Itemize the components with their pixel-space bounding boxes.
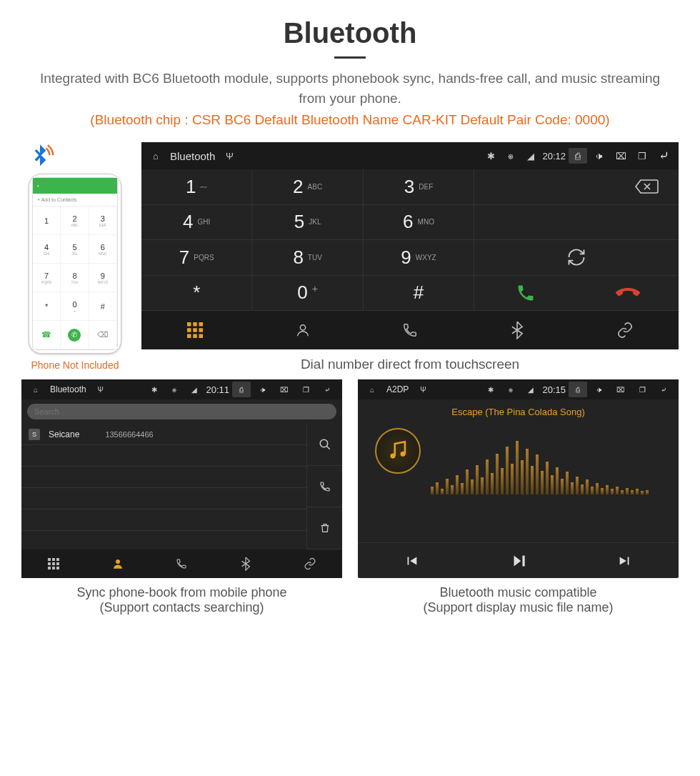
phone-device: ‹ + Add to Contacts 1 2ABC 3DEF 4GHI 5JK…	[29, 174, 121, 354]
svg-point-21	[390, 454, 395, 459]
svg-rect-18	[52, 567, 55, 569]
tab-contacts[interactable]	[249, 311, 356, 349]
volume-icon[interactable]: 🕩	[254, 382, 272, 397]
key-4[interactable]: 4GHI	[141, 205, 252, 241]
phone-topbar: ‹	[33, 178, 117, 194]
backspace-button[interactable]	[474, 169, 679, 205]
key-6[interactable]: 6MNO	[364, 205, 474, 241]
svg-rect-1	[193, 322, 197, 327]
camera-icon[interactable]: ⎙	[569, 382, 587, 397]
phonebook-caption: Sync phone-book from mobile phone (Suppo…	[21, 578, 342, 618]
page-title: Bluetooth	[29, 17, 671, 49]
close-app-icon[interactable]: ⌧	[275, 382, 294, 397]
phone-call-icon: ✆	[68, 329, 81, 342]
svg-rect-3	[187, 328, 191, 332]
tab-keypad[interactable]	[141, 311, 249, 349]
recents-icon[interactable]: ❐	[296, 382, 315, 397]
prev-track-button[interactable]	[358, 543, 465, 578]
call-contact-button[interactable]	[306, 466, 342, 508]
key-0[interactable]: 0+	[252, 276, 363, 312]
key-5[interactable]: 5JKL	[252, 205, 363, 241]
wifi-icon: ◢	[186, 386, 203, 394]
close-app-icon[interactable]: ⌧	[611, 148, 630, 164]
location-icon: ⎈	[502, 386, 519, 394]
tab-link[interactable]	[571, 311, 679, 349]
tab-link[interactable]	[278, 549, 342, 578]
music-panel: ⌂ A2DP Ψ ✱ ⎈ ◢ 20:15 ⎙ 🕩 ⌧ ❐ ⤶ Escape (T…	[358, 379, 679, 618]
phonebook-panel: ⌂ Bluetooth Ψ ✱ ⎈ ◢ 20:11 ⎙ 🕩 ⌧ ❐ ⤶	[21, 379, 342, 618]
tab-contacts[interactable]	[86, 549, 150, 578]
key-9[interactable]: 9WXYZ	[364, 240, 474, 276]
refresh-button[interactable]	[474, 240, 679, 276]
bluetooth-status-icon: ✱	[482, 151, 499, 161]
contact-initial: S	[29, 429, 40, 440]
wifi-icon: ◢	[522, 386, 539, 394]
camera-icon[interactable]: ⎙	[232, 382, 251, 397]
back-icon[interactable]: ⤶	[654, 148, 673, 164]
svg-rect-2	[199, 322, 204, 327]
title-divider	[334, 56, 366, 59]
key-2[interactable]: 2ABC	[252, 169, 363, 205]
key-7[interactable]: 7PQRS	[141, 240, 252, 276]
page-header: Bluetooth Integrated with BC6 Bluetooth …	[0, 0, 700, 135]
home-icon[interactable]: ⌂	[27, 386, 44, 394]
svg-rect-8	[199, 334, 204, 339]
svg-rect-19	[56, 567, 59, 569]
close-app-icon[interactable]: ⌧	[611, 382, 630, 397]
camera-icon[interactable]: ⎙	[569, 148, 587, 164]
phone-caption: Phone Not Included	[31, 359, 119, 371]
svg-point-20	[116, 559, 120, 564]
svg-point-9	[300, 325, 305, 330]
contact-number: 13566664466	[105, 430, 153, 439]
location-icon: ⎈	[166, 386, 183, 394]
hangup-button[interactable]	[576, 276, 679, 312]
bluetooth-signal-icon	[26, 142, 54, 171]
contact-list: S Seicane 13566664466	[21, 424, 306, 549]
key-hash[interactable]: #	[364, 276, 474, 312]
phonebook-topbar: ⌂ Bluetooth Ψ ✱ ⎈ ◢ 20:11 ⎙ 🕩 ⌧ ❐ ⤶	[21, 379, 342, 399]
app-title: Bluetooth	[170, 150, 215, 162]
key-8[interactable]: 8TUV	[252, 240, 363, 276]
tab-keypad[interactable]	[21, 549, 86, 578]
delete-contact-button[interactable]	[306, 507, 342, 549]
svg-rect-16	[56, 562, 59, 565]
svg-rect-15	[52, 562, 55, 565]
usb-icon: Ψ	[92, 386, 109, 394]
description: Integrated with BC6 Bluetooth module, su…	[36, 69, 664, 108]
svg-rect-5	[199, 328, 204, 332]
volume-icon[interactable]: 🕩	[590, 382, 609, 397]
next-track-button[interactable]	[571, 543, 679, 578]
wifi-icon: ◢	[522, 151, 539, 161]
recents-icon[interactable]: ❐	[633, 148, 651, 164]
usb-icon: Ψ	[221, 151, 238, 161]
tab-recent-calls[interactable]	[356, 311, 464, 349]
home-icon[interactable]: ⌂	[147, 151, 164, 161]
contact-row[interactable]: S Seicane 13566664466	[21, 424, 306, 445]
contact-row-empty	[21, 445, 306, 467]
tab-recent-calls[interactable]	[150, 549, 214, 578]
tab-bluetooth[interactable]	[464, 311, 571, 349]
tab-bluetooth[interactable]	[214, 549, 278, 578]
svg-rect-4	[193, 328, 197, 332]
svg-rect-17	[48, 567, 51, 569]
back-icon[interactable]: ⤶	[318, 382, 336, 397]
search-input[interactable]	[27, 404, 336, 419]
volume-icon[interactable]: 🕩	[590, 148, 609, 164]
dial-keypad: 1⁓ 2ABC 3DEF 4GHI 5JKL 6MNO 7PQRS 8TUV 9…	[141, 169, 474, 311]
key-3[interactable]: 3DEF	[364, 169, 474, 205]
back-icon[interactable]: ⤶	[654, 382, 673, 397]
recents-icon[interactable]: ❐	[633, 382, 651, 397]
key-1[interactable]: 1⁓	[141, 169, 252, 205]
dialer-bottom-nav	[141, 311, 679, 349]
svg-rect-12	[52, 558, 55, 561]
call-button[interactable]	[474, 276, 576, 312]
home-icon[interactable]: ⌂	[364, 386, 381, 394]
music-caption: Bluetooth music compatible (Support disp…	[358, 578, 679, 618]
play-pause-button[interactable]	[465, 543, 572, 578]
contact-row-empty	[21, 467, 306, 488]
svg-rect-7	[193, 334, 197, 339]
svg-point-10	[320, 439, 328, 447]
key-star[interactable]: *	[141, 276, 252, 312]
svg-rect-14	[48, 562, 51, 565]
search-button[interactable]	[306, 424, 342, 466]
